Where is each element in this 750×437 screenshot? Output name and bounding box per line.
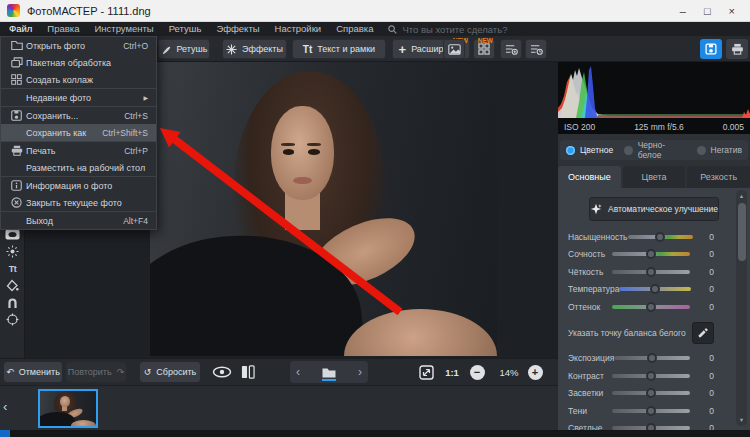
menu-item-save-as[interactable]: Сохранить как Ctrl+Shift+S: [1, 124, 156, 141]
curve-tool-button[interactable]: [0, 295, 25, 310]
batch-photos-icon: [7, 57, 26, 68]
slider-row: Чёткость 0: [558, 263, 750, 281]
menu-settings[interactable]: Настройки: [275, 22, 322, 36]
vignette-tool-button[interactable]: [0, 312, 25, 327]
preset-history-button[interactable]: [525, 39, 547, 59]
menu-tools[interactable]: Инструменты: [94, 22, 153, 36]
effects-button[interactable]: Эффекты: [222, 39, 287, 59]
white-balance-picker-button[interactable]: [692, 322, 714, 344]
slider-knob[interactable]: [646, 406, 656, 416]
menu-item-close-photo[interactable]: Закрыть текущее фото: [1, 194, 156, 211]
preview-original-button[interactable]: [210, 362, 234, 382]
zoom-in-button[interactable]: +: [526, 362, 544, 382]
reset-button[interactable]: ↺ Сбросить: [140, 362, 200, 382]
scroll-up-icon[interactable]: ▲: [736, 190, 747, 202]
redo-button[interactable]: Повторить ↷: [66, 362, 126, 382]
slider-knob[interactable]: [646, 388, 656, 398]
exposure-slider[interactable]: [614, 356, 690, 360]
slider-knob[interactable]: [646, 302, 656, 312]
menu-help[interactable]: Справка: [336, 22, 373, 36]
menu-item-place-desktop[interactable]: Разместить на рабочий стол: [1, 159, 156, 176]
mode-color-radio[interactable]: Цветное: [566, 145, 613, 155]
fill-tool-button[interactable]: [0, 278, 25, 293]
new-badge: NEW: [478, 38, 493, 44]
tab-sharpness[interactable]: Резкость: [687, 166, 750, 188]
light-tool-button[interactable]: [0, 244, 25, 259]
photo-view[interactable]: [150, 62, 497, 356]
zoom-level: 14%: [496, 362, 522, 382]
slider-knob[interactable]: [646, 371, 656, 381]
retouch-button[interactable]: Ретушь: [158, 39, 210, 59]
preset-add-button[interactable]: [500, 39, 522, 59]
slider-row: Светлые 0: [558, 420, 750, 431]
saturation-slider[interactable]: [628, 235, 693, 239]
zoom-out-button[interactable]: −: [468, 362, 486, 382]
tint-slider[interactable]: [612, 305, 690, 309]
slider-knob[interactable]: [650, 284, 660, 294]
menu-file[interactable]: Файл: [9, 22, 32, 36]
actual-size-button[interactable]: 1:1: [442, 362, 462, 382]
tab-main[interactable]: Основные: [558, 166, 621, 188]
image-overlay-button[interactable]: [443, 39, 465, 59]
eyedropper-icon: [697, 327, 709, 339]
menu-item-collage[interactable]: Создать коллаж: [1, 71, 156, 88]
auto-improve-button[interactable]: Автоматическое улучшение: [589, 197, 719, 221]
slider-row: Экспозиция 0: [558, 350, 750, 368]
photo-thumbnail-selected[interactable]: [38, 389, 98, 428]
menubar: Файл Правка Инструменты Ретушь Эффекты Н…: [0, 22, 750, 36]
collage-button[interactable]: NEW: [473, 39, 495, 59]
maximize-icon[interactable]: □: [704, 0, 711, 22]
radio-selected-icon: [566, 146, 575, 155]
window-title: ФотоМАСТЕР - 1111.dng: [27, 5, 151, 17]
save-button[interactable]: [700, 39, 722, 59]
mode-bw-radio[interactable]: Черно-белое: [624, 140, 685, 160]
menu-edit[interactable]: Правка: [47, 22, 79, 36]
print-button[interactable]: [726, 39, 748, 59]
mode-negative-radio[interactable]: Негатив: [697, 145, 742, 155]
slider-knob[interactable]: [655, 232, 665, 242]
menu-item-save[interactable]: Сохранить... Ctrl+S: [1, 107, 156, 124]
printer-icon: [731, 43, 744, 55]
shadows-slider[interactable]: [612, 409, 690, 413]
menu-item-open-photo[interactable]: Открыть фото Ctrl+O: [1, 37, 156, 54]
temperature-slider[interactable]: [619, 287, 691, 291]
text-frames-button[interactable]: Tt Текст и рамки: [292, 39, 386, 59]
vibrance-slider[interactable]: [612, 252, 690, 256]
slider-knob[interactable]: [646, 267, 656, 277]
filmstrip-prev-icon[interactable]: ‹: [3, 399, 7, 414]
slider-knob[interactable]: [646, 423, 656, 430]
scrollbar-thumb[interactable]: [738, 203, 746, 261]
search-placeholder: Что вы хотите сделать?: [402, 24, 507, 35]
menu-item-photo-info[interactable]: Информация о фото: [1, 177, 156, 194]
iso-value: ISO 200: [564, 122, 595, 132]
close-icon[interactable]: ×: [729, 0, 735, 22]
panel-scrollbar[interactable]: ▲ ▼: [736, 190, 747, 426]
slider-knob[interactable]: [647, 353, 657, 363]
menu-item-exit[interactable]: Выход Alt+F4: [1, 212, 156, 229]
folder-view-button[interactable]: [321, 364, 337, 380]
menu-item-recent[interactable]: Недавние фото ▶: [1, 89, 156, 106]
menu-retouch[interactable]: Ретушь: [169, 22, 202, 36]
slider-knob[interactable]: [646, 249, 656, 259]
next-photo-icon[interactable]: ›: [358, 362, 362, 382]
scroll-down-icon[interactable]: ▼: [736, 414, 747, 426]
text-tool-button[interactable]: Tt: [0, 261, 25, 276]
fit-screen-button[interactable]: [416, 362, 436, 382]
before-after-button[interactable]: [238, 362, 258, 382]
undo-button[interactable]: ↶ Отменить: [4, 362, 62, 382]
minimize-icon[interactable]: –: [680, 0, 686, 22]
menu-effects[interactable]: Эффекты: [216, 22, 259, 36]
search-input[interactable]: Что вы хотите сделать?: [388, 24, 507, 35]
menu-item-batch[interactable]: Пакетная обработка: [1, 54, 156, 71]
tab-colors[interactable]: Цвета: [623, 166, 686, 188]
histogram: ISO 200 125 mm f/5.6 0.005: [558, 62, 750, 134]
close-circle-icon: [7, 197, 26, 208]
prev-photo-icon[interactable]: ‹: [296, 362, 300, 382]
menu-item-print[interactable]: Печать Ctrl+P: [1, 142, 156, 159]
folder-open-icon: [7, 40, 26, 51]
sliders-clock-icon: [530, 43, 543, 55]
sun-icon: [6, 245, 19, 258]
clarity-slider[interactable]: [612, 270, 690, 274]
highlights-slider[interactable]: [612, 391, 690, 395]
contrast-slider[interactable]: [612, 374, 690, 378]
